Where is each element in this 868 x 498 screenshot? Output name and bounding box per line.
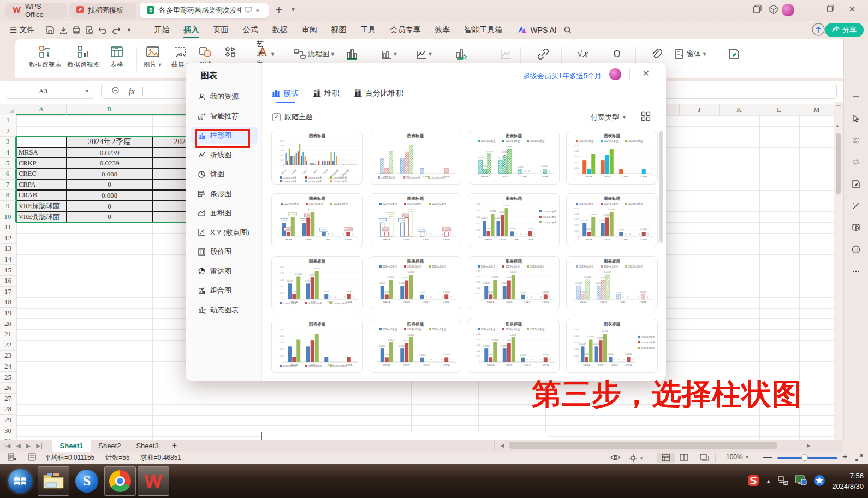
360-safety-icon[interactable] — [813, 475, 825, 488]
column-chart-dropdown[interactable]: ▼ — [380, 46, 399, 62]
output-icon[interactable] — [57, 24, 70, 36]
add-sheet-button[interactable]: + — [172, 441, 177, 450]
cell-A7[interactable]: CRPA — [16, 180, 67, 191]
user-avatar[interactable] — [782, 4, 794, 16]
equation-button[interactable]: √𝑥 — [573, 46, 592, 62]
workspace-icon[interactable] — [749, 4, 765, 15]
name-box-dropdown-icon[interactable]: ▼ — [85, 88, 90, 94]
menu-tab-工具[interactable]: 工具 — [353, 21, 383, 39]
sidebar-item-组合图[interactable]: 组合图 — [191, 282, 258, 299]
docer-resource-button[interactable] — [725, 46, 744, 62]
row-header-8[interactable]: 8 — [0, 190, 16, 201]
sogou-browser-button[interactable]: S — [71, 466, 103, 496]
select-cursor-icon[interactable] — [849, 111, 863, 126]
zoom-in-button[interactable]: + — [842, 452, 847, 462]
properties-sliders-icon[interactable] — [849, 133, 863, 147]
wordart-label[interactable]: 艺术字▼ — [257, 46, 275, 62]
cell-A4[interactable]: MRSA — [16, 147, 67, 158]
cell-A3-selected[interactable] — [16, 137, 67, 147]
tabs-dropdown-icon[interactable]: ▼ — [290, 7, 296, 13]
menu-tab-视图[interactable]: 视图 — [324, 21, 353, 39]
sidebar-item-股价图[interactable]: 股价图 — [191, 244, 258, 260]
line-chart-dropdown[interactable]: ▼ — [415, 46, 433, 62]
row-header-25[interactable]: 25 — [0, 372, 16, 383]
sheet-tab-Sheet2[interactable]: Sheet2 — [91, 440, 128, 452]
table-button[interactable]: 表格 — [102, 44, 132, 69]
chart-template-thumbnail[interactable]: 图表标题2024年2季度2024年1季度2023年2季度0.02390.0083… — [566, 256, 658, 310]
tab-docer[interactable]: 找稻壳模板 — [69, 3, 136, 18]
chart-template-thumbnail[interactable]: 图表标题2024年2季度2024年1季度2023年2季度0.02390.0083… — [370, 256, 461, 310]
zoom-slider-knob[interactable] — [801, 454, 808, 461]
restore-button[interactable] — [822, 4, 839, 14]
first-sheet-icon[interactable]: |◀ — [4, 442, 10, 449]
chart-template-thumbnail[interactable]: 图表标题2024年2季度2024年1季度2023年2季度0.050.040.03… — [468, 256, 560, 310]
help-icon[interactable]: ? — [849, 242, 863, 257]
clock[interactable]: 7:56 2024/8/30 — [832, 471, 864, 492]
menu-tab-效率[interactable]: 效率 — [427, 21, 457, 39]
3d-box-icon[interactable] — [765, 4, 782, 16]
tab-wps-office[interactable]: WPS Office — [5, 3, 67, 18]
sidebar-item-动态图表[interactable]: 动态图表 — [191, 302, 258, 318]
row-header-26[interactable]: 26 — [0, 383, 16, 394]
sheet-tab-Sheet1[interactable]: Sheet1 — [52, 440, 91, 452]
picture-button[interactable]: 图片▼ — [140, 44, 166, 69]
chart-template-thumbnail[interactable]: 图表标题2024年2季度2024年1季度2023年2季度0.02390.0083… — [468, 131, 560, 185]
dialog-scroll-thumb[interactable] — [659, 131, 663, 243]
docer-rail-icon[interactable] — [849, 177, 863, 191]
cell-B5[interactable]: 0.0239 — [67, 158, 152, 169]
display-settings-icon[interactable] — [795, 475, 807, 488]
magic-wand-icon[interactable] — [849, 199, 863, 213]
row-header-1[interactable]: 1 — [0, 115, 16, 126]
chart-template-thumbnail[interactable]: 图表标题2024年2季度2024年1季度2023年2季度0.050.040.03… — [566, 193, 658, 247]
cell-B6[interactable]: 0.008 — [67, 169, 152, 180]
view-layout-button[interactable] — [700, 454, 709, 463]
sparkline-button[interactable] — [497, 46, 515, 62]
print-preview-icon[interactable] — [83, 24, 96, 36]
chart-template-thumbnail[interactable]: 图表标题2024年2季度2024年1季度2023年2季度0.050.040.03… — [468, 319, 560, 373]
chart-template-thumbnail[interactable]: 图表标题2024年2季度2024年1季度2023年2季度0.02390.0083… — [370, 193, 461, 247]
sidebar-item-我的资源[interactable]: 我的资源 — [191, 88, 258, 105]
vscroll-thumb[interactable] — [836, 133, 841, 194]
dialog-scrollbar[interactable] — [659, 131, 663, 371]
select-all-corner[interactable] — [0, 104, 16, 115]
menu-tab-智能工具箱[interactable]: 智能工具箱 — [457, 21, 509, 39]
cell-B8[interactable]: 0.008 — [67, 190, 152, 201]
last-sheet-icon[interactable]: ▶| — [36, 442, 42, 449]
sidebar-item-条形图[interactable]: 条形图 — [191, 186, 258, 202]
sidebar-item-X Y (散点图)[interactable]: X Y (散点图) — [191, 224, 258, 241]
row-header-14[interactable]: 14 — [0, 254, 16, 265]
start-button[interactable] — [4, 466, 36, 496]
pivot-table-button[interactable]: 数据透视表 — [27, 44, 63, 69]
row-header-15[interactable]: 15 — [0, 265, 16, 276]
row-header-5[interactable]: 5 — [0, 158, 16, 169]
cell-B3[interactable]: 2024年2季度 — [67, 137, 152, 147]
print-icon[interactable] — [70, 24, 83, 36]
menu-tab-数据[interactable]: 数据 — [265, 21, 294, 39]
sogou-tray-icon[interactable] — [747, 475, 759, 488]
column-header-J[interactable]: J — [680, 104, 720, 115]
row-header-2[interactable]: 2 — [0, 126, 16, 137]
tray-expand-icon[interactable]: ▲ — [766, 478, 771, 484]
menu-tab-公式[interactable]: 公式 — [235, 21, 265, 39]
forms-button[interactable]: 窗体▼ — [669, 46, 712, 62]
menu-tab-审阅[interactable]: 审阅 — [294, 21, 324, 39]
chart-template-thumbnail[interactable]: 图表标题2024年2季度2024年1季度2023年2季度0.02390.0083… — [370, 319, 461, 373]
row-header-13[interactable]: 13 — [0, 244, 16, 254]
hscroll-right-icon[interactable]: ▶ — [807, 443, 811, 448]
row-header-7[interactable]: 7 — [0, 180, 16, 191]
row-header-16[interactable]: 16 — [0, 276, 16, 287]
row-header-28[interactable]: 28 — [0, 404, 16, 415]
hscroll-left-icon[interactable]: ◀ — [500, 443, 504, 448]
zoom-out-button[interactable]: — — [763, 452, 772, 462]
row-header-24[interactable]: 24 — [0, 361, 16, 372]
row-header-20[interactable]: 20 — [0, 318, 16, 329]
menu-tab-插入[interactable]: 插入 — [176, 21, 206, 39]
menu-tab-会员专享[interactable]: 会员专享 — [383, 21, 427, 39]
row-header-6[interactable]: 6 — [0, 169, 16, 180]
tab-active-document[interactable]: S 各多重耐药菌感染例次发生率 — [140, 3, 269, 18]
scroll-up-icon[interactable]: ▲ — [835, 123, 840, 128]
chart-template-thumbnail[interactable]: 图表标题2024年2季度2024年1季度2023年2季度0.050.040.03… — [468, 193, 560, 247]
prev-sheet-icon[interactable]: ◀ — [16, 442, 20, 449]
network-icon[interactable] — [777, 476, 788, 487]
sheet-tab-Sheet3[interactable]: Sheet3 — [128, 440, 166, 452]
